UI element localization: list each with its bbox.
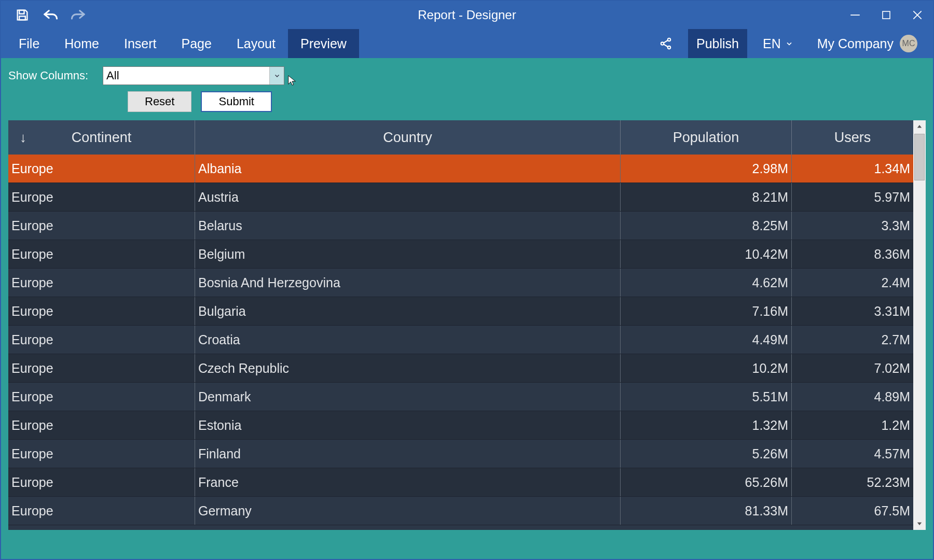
account-menu[interactable]: My Company MC — [809, 29, 926, 58]
cell-continent: Europe — [8, 297, 195, 325]
table-row[interactable]: EuropeAlbania2.98M1.34M — [8, 155, 913, 183]
cell-users: 4.89M — [792, 383, 913, 411]
cell-country: France — [195, 468, 621, 496]
table-row[interactable]: EuropeBelgium10.42M8.36M — [8, 240, 913, 269]
table-row[interactable]: EuropeFinland5.26M4.57M — [8, 440, 913, 468]
cell-continent: Europe — [8, 269, 195, 297]
svg-rect-1 — [19, 16, 25, 20]
quick-access-toolbar — [1, 6, 87, 24]
close-button[interactable] — [902, 1, 933, 29]
cell-population: 5.26M — [621, 440, 792, 468]
redo-button[interactable] — [70, 6, 87, 24]
cell-users: 4.57M — [792, 440, 913, 468]
table-row[interactable]: EuropeCzech Republic10.2M7.02M — [8, 354, 913, 383]
table-row[interactable]: EuropeAustria8.21M5.97M — [8, 183, 913, 212]
column-header-users[interactable]: Users — [792, 120, 913, 155]
cell-country: Czech Republic — [195, 354, 621, 382]
cell-continent: Europe — [8, 497, 195, 525]
close-icon — [912, 9, 923, 21]
undo-button[interactable] — [42, 6, 59, 24]
scrollbar-thumb[interactable] — [914, 134, 925, 180]
svg-rect-0 — [19, 10, 24, 14]
tab-layout[interactable]: Layout — [224, 29, 288, 58]
table-row[interactable]: EuropeBosnia And Herzegovina4.62M2.4M — [8, 269, 913, 297]
table-row[interactable]: EuropeFrance65.26M52.23M — [8, 468, 913, 497]
mouse-cursor-icon — [286, 75, 298, 86]
table-row[interactable]: EuropeBulgaria7.16M3.31M — [8, 297, 913, 326]
table-row[interactable]: EuropeCroatia4.49M2.7M — [8, 326, 913, 354]
cell-population: 1.32M — [621, 411, 792, 439]
cell-country: Denmark — [195, 383, 621, 411]
share-button[interactable] — [651, 29, 681, 58]
cell-country: Finland — [195, 440, 621, 468]
cell-population: 10.42M — [621, 240, 792, 268]
cell-country: Germany — [195, 497, 621, 525]
language-label: EN — [763, 36, 781, 51]
tab-page[interactable]: Page — [169, 29, 224, 58]
show-columns-input[interactable] — [103, 67, 269, 85]
reset-button[interactable]: Reset — [128, 91, 191, 112]
cell-continent: Europe — [8, 155, 195, 183]
vertical-scrollbar[interactable] — [913, 120, 926, 530]
cell-users: 3.3M — [792, 212, 913, 240]
save-icon — [15, 8, 30, 22]
cell-population: 7.16M — [621, 297, 792, 325]
tab-preview[interactable]: Preview — [288, 29, 359, 58]
svg-marker-11 — [917, 125, 922, 128]
cell-population: 2.98M — [621, 155, 792, 183]
show-columns-dropdown-button[interactable] — [269, 67, 284, 85]
show-columns-label: Show Columns: — [8, 69, 88, 82]
scroll-down-button[interactable] — [913, 517, 926, 530]
cell-users: 5.97M — [792, 183, 913, 211]
table-row[interactable]: EuropeDenmark5.51M4.89M — [8, 383, 913, 411]
cell-country: Belarus — [195, 212, 621, 240]
show-columns-combo[interactable] — [103, 66, 284, 85]
cell-users: 3.31M — [792, 297, 913, 325]
tab-home[interactable]: Home — [52, 29, 112, 58]
table-body: EuropeAlbania2.98M1.34MEuropeAustria8.21… — [8, 155, 913, 525]
cell-population: 4.62M — [621, 269, 792, 297]
cell-continent: Europe — [8, 383, 195, 411]
window-title: Report - Designer — [418, 8, 516, 22]
minimize-button[interactable] — [840, 1, 871, 29]
cell-continent: Europe — [8, 326, 195, 354]
tab-insert[interactable]: Insert — [112, 29, 169, 58]
publish-label: Publish — [696, 36, 739, 51]
submit-button[interactable]: Submit — [201, 91, 271, 112]
tab-file[interactable]: File — [6, 29, 52, 58]
language-selector[interactable]: EN — [754, 29, 802, 58]
svg-line-9 — [664, 40, 668, 43]
table-row[interactable]: EuropeBelarus8.25M3.3M — [8, 212, 913, 240]
chevron-down-icon — [916, 521, 923, 527]
column-header-population[interactable]: Population — [621, 120, 792, 155]
svg-line-10 — [664, 44, 668, 47]
cell-country: Albania — [195, 155, 621, 183]
cell-continent: Europe — [8, 183, 195, 211]
window-buttons — [840, 1, 933, 29]
cell-users: 67.5M — [792, 497, 913, 525]
cell-users: 7.02M — [792, 354, 913, 382]
svg-rect-3 — [883, 11, 890, 19]
cell-users: 52.23M — [792, 468, 913, 496]
save-button[interactable] — [13, 6, 31, 24]
cell-users: 1.2M — [792, 411, 913, 439]
cell-continent: Europe — [8, 411, 195, 439]
column-header-continent[interactable]: ↓ Continent — [8, 120, 195, 155]
scroll-up-button[interactable] — [913, 120, 926, 133]
table-row[interactable]: EuropeEstonia1.32M1.2M — [8, 411, 913, 440]
cell-continent: Europe — [8, 240, 195, 268]
cell-population: 8.25M — [621, 212, 792, 240]
cell-users: 2.4M — [792, 269, 913, 297]
table-header: ↓ Continent Country Population Users — [8, 120, 913, 155]
cell-country: Belgium — [195, 240, 621, 268]
table-row[interactable]: EuropeGermany81.33M67.5M — [8, 497, 913, 525]
cell-population: 65.26M — [621, 468, 792, 496]
cell-users: 1.34M — [792, 155, 913, 183]
maximize-button[interactable] — [871, 1, 902, 29]
publish-button[interactable]: Publish — [688, 29, 747, 58]
chevron-down-icon — [273, 72, 281, 79]
preview-toolbar: Show Columns: Reset Submit — [1, 58, 933, 117]
column-header-country[interactable]: Country — [195, 120, 621, 155]
data-table: ↓ Continent Country Population Users Eur… — [8, 120, 926, 530]
cell-users: 2.7M — [792, 326, 913, 354]
